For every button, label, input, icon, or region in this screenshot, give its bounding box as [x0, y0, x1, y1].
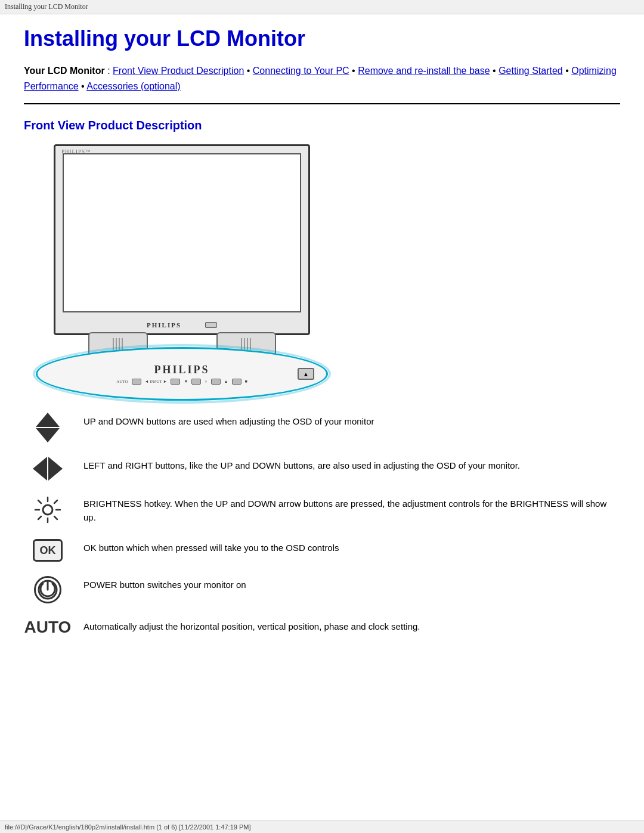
tab-label: Installing your LCD Monitor — [5, 2, 88, 11]
ok-button-icon: OK — [33, 539, 63, 562]
left-right-arrows-icon — [33, 457, 63, 481]
arrow-up-icon — [36, 413, 60, 427]
monitor-screen — [63, 153, 301, 312]
svg-point-0 — [43, 505, 52, 515]
brightness-sun-icon — [33, 495, 63, 525]
monitor-indicator — [205, 322, 217, 328]
arrow-left-icon — [33, 457, 47, 481]
monitor-base: PHILIPS AUTO ◄ INPUT ► ▼ ○ ▲ ■ ▲ — [36, 347, 328, 401]
icon-row-leftright: LEFT and RIGHT buttons, like the UP and … — [24, 457, 620, 481]
icon-row-ok: OK OK button which when pressed will tak… — [24, 539, 620, 562]
section-title: Front View Product Description — [24, 119, 620, 132]
svg-line-7 — [54, 500, 57, 503]
up-down-arrows-icon — [36, 413, 60, 442]
link-getting-started[interactable]: Getting Started — [499, 66, 563, 76]
monitor-drawing: PHILIPS™ PHILIPS — [36, 144, 334, 395]
power-icon-cell — [24, 576, 72, 603]
status-bar: file:///D|/Grace/K1/english/180p2m/insta… — [0, 820, 644, 833]
monitor-brand-text: PHILIPS — [147, 321, 181, 329]
link-accessories[interactable]: Accessories (optional) — [86, 81, 180, 91]
brightness-icon-cell — [24, 495, 72, 525]
power-description: POWER button switches your monitor on — [83, 576, 620, 592]
icon-row-updown: UP and DOWN buttons are used when adjust… — [24, 413, 620, 442]
arrow-right-icon — [48, 457, 63, 481]
icon-row-power: POWER button switches your monitor on — [24, 576, 620, 603]
svg-line-8 — [38, 516, 41, 519]
ok-description: OK button which when pressed will take y… — [83, 539, 620, 555]
svg-line-5 — [38, 500, 41, 503]
icon-description-section: UP and DOWN buttons are used when adjust… — [24, 413, 620, 637]
icon-row-brightness: BRIGHTNESS hotkey. When the UP and DOWN … — [24, 495, 620, 525]
svg-line-6 — [54, 516, 57, 519]
arrow-down-icon — [36, 428, 60, 442]
monitor-brand-bar: PHILIPS — [55, 321, 308, 329]
power-svg — [37, 579, 58, 600]
sun-svg — [33, 495, 63, 525]
updown-icon-cell — [24, 413, 72, 442]
browser-tab-bar: Installing your LCD Monitor — [0, 0, 644, 14]
base-brand-text: PHILIPS — [154, 364, 209, 376]
section-divider — [24, 103, 620, 104]
intro-colon: : — [105, 66, 113, 76]
power-button-icon — [34, 576, 61, 603]
auto-text-icon: AUTO — [24, 618, 72, 637]
page-title: Installing your LCD Monitor — [24, 26, 620, 51]
auto-description: Automatically adjust the horizontal posi… — [83, 618, 620, 634]
status-bar-text: file:///D|/Grace/K1/english/180p2m/insta… — [5, 823, 251, 831]
intro-bold-label: Your LCD Monitor — [24, 66, 105, 76]
updown-description: UP and DOWN buttons are used when adjust… — [83, 413, 620, 429]
ok-icon-cell: OK — [24, 539, 72, 562]
monitor-body: PHILIPS™ PHILIPS — [54, 144, 310, 335]
link-remove[interactable]: Remove and re-install the base — [358, 66, 490, 76]
monitor-illustration: PHILIPS™ PHILIPS — [36, 144, 334, 395]
brightness-description: BRIGHTNESS hotkey. When the UP and DOWN … — [83, 495, 620, 524]
icon-row-auto: AUTO Automatically adjust the horizontal… — [24, 618, 620, 637]
link-front-view[interactable]: Front View Product Description — [113, 66, 244, 76]
intro-paragraph: Your LCD Monitor : Front View Product De… — [24, 63, 620, 94]
leftright-icon-cell — [24, 457, 72, 481]
leftright-description: LEFT and RIGHT buttons, like the UP and … — [83, 457, 620, 473]
auto-icon-cell: AUTO — [24, 618, 72, 637]
page-content: Installing your LCD Monitor Your LCD Mon… — [0, 14, 644, 675]
base-controls: AUTO ◄ INPUT ► ▼ ○ ▲ ■ — [116, 379, 247, 385]
link-connecting[interactable]: Connecting to Your PC — [253, 66, 349, 76]
eject-button: ▲ — [298, 368, 314, 380]
